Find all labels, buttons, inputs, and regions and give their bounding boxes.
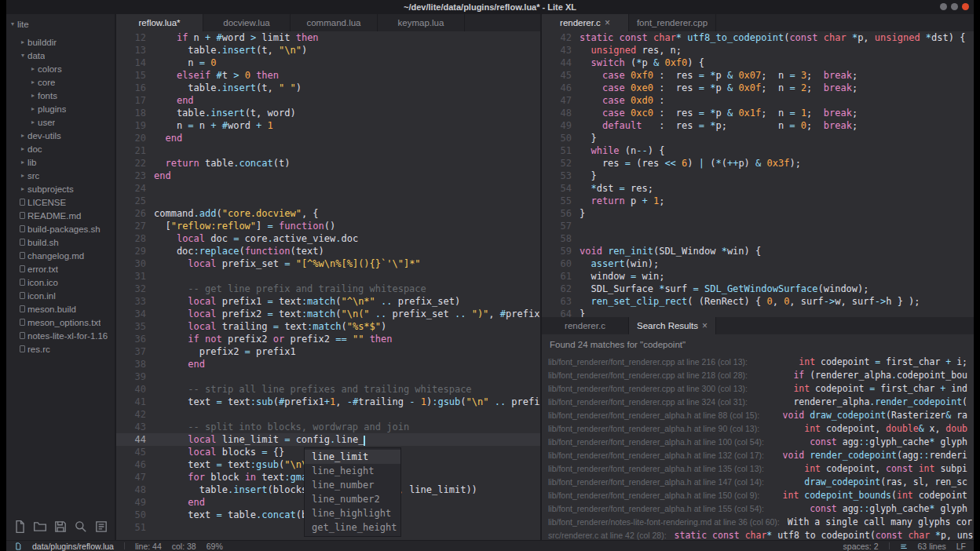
autocomplete-item-get-line-height[interactable]: get_line_height [305,520,400,535]
code-line-49[interactable]: 49 default : res = *p; n = 0; break; [542,119,974,132]
code-line-64[interactable]: 64} [542,308,974,317]
code-line-23[interactable]: 23end [116,170,540,182]
code-line-42[interactable]: 42static const char* utf8_to_codepoint(c… [542,31,974,44]
search-result-row[interactable]: lib/font_renderer/font_renderer_alpha.h … [542,475,974,488]
code-line-41[interactable]: 41 text = text:sub(#prefix1+1, -#trailin… [116,396,540,408]
right-editor-code[interactable]: 42static const char* utf8_to_codepoint(c… [542,31,974,317]
tree-item-builddir[interactable]: ▸builddir [6,35,115,49]
autocomplete-item-line-highlight[interactable]: line_highlight [305,506,400,520]
tab-reflow-lua[interactable]: reflow.lua* [116,14,203,31]
code-line-30[interactable]: 30 local prefix_set = "[^%w\n%[%](){}`'\… [116,257,540,270]
tree-item-src[interactable]: ▸src [6,169,115,182]
code-line-40[interactable]: 40 -- strip all line prefixes and traili… [116,383,540,396]
code-line-22[interactable]: 22 return table.concat(t) [116,157,540,170]
code-line-60[interactable]: 60 assert(win); [542,257,974,270]
code-line-43[interactable]: 43 unsigned res, n; [542,44,974,57]
tree-item-lib[interactable]: ▸lib [6,155,115,169]
code-line-58[interactable]: 58 [542,232,974,245]
search-result-row[interactable]: lib/font_renderer/font_renderer.cpp at l… [542,395,974,408]
code-line-47[interactable]: 47 case 0xd0 : [542,94,974,107]
code-line-37[interactable]: 37 prefix2 = prefix1 [116,345,540,358]
tree-item-build-sh[interactable]: build.sh [6,235,115,249]
code-line-61[interactable]: 61 window = win; [542,270,974,283]
minimize-button[interactable] [940,3,947,10]
status-col[interactable]: col: 38 [172,542,196,551]
tree-item-license[interactable]: LICENSE [6,195,115,209]
code-line-51[interactable]: 51 while (n--) { [542,144,974,157]
search-result-row[interactable]: lib/font_renderer/notes-lite-font-render… [542,515,974,528]
open-folder-icon[interactable] [33,520,47,534]
code-line-26[interactable]: 26command.add("core.docview", { [116,207,540,220]
tab-search-results[interactable]: Search Results× [629,317,716,334]
tab-font-renderer-cpp[interactable]: font_renderer.cpp [629,14,716,31]
status-line[interactable]: line: 44 [135,542,162,551]
search-result-row[interactable]: lib/font_renderer/font_renderer_alpha.h … [542,488,974,502]
search-result-row[interactable]: lib/font_renderer/font_renderer_alpha.h … [542,435,974,448]
new-file-icon[interactable] [13,520,27,534]
code-line-35[interactable]: 35 local trailing = text:match("%s*$") [116,320,540,333]
autocomplete-item-line-number2[interactable]: line_number2 [305,492,400,506]
tree-item-fonts[interactable]: ▸fonts [6,89,115,102]
book-icon[interactable] [94,520,108,534]
code-line-32[interactable]: 32 -- get line prefix and trailing white… [116,283,540,295]
search-result-row[interactable]: lib/font_renderer/font_renderer_alpha.h … [542,502,974,515]
tree-item-colors[interactable]: ▸colors [6,62,115,75]
code-line-21[interactable]: 21 [116,144,540,157]
tab-close-icon[interactable]: × [702,321,708,330]
code-line-42[interactable]: 42 [116,408,540,421]
search-result-row[interactable]: src/renderer.c at line 42 (col 28):stati… [542,528,974,540]
save-icon[interactable] [53,520,68,534]
tree-item-meson-build[interactable]: meson.build [6,302,115,316]
tree-item-changelog-md[interactable]: changelog.md [6,249,115,262]
status-line-ending[interactable]: LF [956,542,966,551]
tree-item-lite[interactable]: ▾lite [6,17,115,31]
search-result-row[interactable]: lib/font_renderer/font_renderer.cpp at l… [542,368,974,381]
code-line-48[interactable]: 48 case 0xc0 : res = *p & 0x1f; n = 1; b… [542,107,974,119]
code-line-31[interactable]: 31 [116,270,540,283]
code-line-29[interactable]: 29 doc:replace(function(text) [116,245,540,257]
code-line-54[interactable]: 54 *dst = res; [542,182,974,195]
code-line-20[interactable]: 20 end [116,132,540,144]
tab-close-icon[interactable]: × [605,18,610,27]
code-line-36[interactable]: 36 if not prefix2 or prefix2 == "" then [116,333,540,345]
tree-item-meson-options-txt[interactable]: meson_options.txt [6,316,115,329]
search-result-row[interactable]: lib/font_renderer/font_renderer_alpha.h … [542,462,974,475]
code-line-28[interactable]: 28 local doc = core.active_view.doc [116,232,540,245]
code-line-43[interactable]: 43 -- split into blocks, wordwrap and jo… [116,421,540,433]
code-line-12[interactable]: 12 if n + #word > limit then [116,31,540,44]
tree-item-doc[interactable]: ▸doc [6,142,115,155]
code-line-56[interactable]: 56} [542,207,974,220]
search-result-row[interactable]: lib/font_renderer/font_renderer.cpp at l… [542,355,974,368]
code-line-17[interactable]: 17 end [116,94,540,107]
status-file-path[interactable]: data/plugins/reflow.lua [32,542,114,551]
code-line-52[interactable]: 52 res = (res << 6) | (*(++p) & 0x3f); [542,157,974,170]
tab-renderer-c[interactable]: renderer.c× [542,14,629,31]
code-line-27[interactable]: 27 ["reflow:reflow"] = function() [116,220,540,232]
close-button[interactable] [962,3,969,10]
tree-item-core[interactable]: ▸core [6,75,115,89]
tree-item-dev-utils[interactable]: ▸dev-utils [6,129,115,142]
autocomplete-item-line-height[interactable]: line_height [305,464,400,478]
code-line-33[interactable]: 33 local prefix1 = text:match("^\n*" .. … [116,295,540,308]
code-line-38[interactable]: 38 end [116,358,540,370]
autocomplete-item-line-number[interactable]: line_number [305,478,400,492]
code-line-25[interactable]: 25 [116,195,540,207]
status-total-lines[interactable]: 63 lines [918,542,946,551]
tab-command-lua[interactable]: command.lua [291,14,378,31]
code-line-24[interactable]: 24 [116,182,540,195]
code-line-19[interactable]: 19 n = n + #word + 1 [116,119,540,132]
code-line-46[interactable]: 46 case 0xe0 : res = *p & 0x0f; n = 2; b… [542,82,974,94]
tab-renderer-c[interactable]: renderer.c [542,317,629,334]
code-line-45[interactable]: 45 case 0xf0 : res = *p & 0x07; n = 3; b… [542,69,974,82]
search-result-row[interactable]: lib/font_renderer/font_renderer_alpha.h … [542,421,974,435]
tree-item-error-txt[interactable]: error.txt [6,262,115,276]
search-result-row[interactable]: lib/font_renderer/font_renderer_alpha.h … [542,408,974,421]
status-spaces[interactable]: spaces: 2 [843,542,879,551]
code-line-18[interactable]: 18 table.insert(t, word) [116,107,540,119]
tree-item-build-packages-sh[interactable]: build-packages.sh [6,222,115,235]
code-line-13[interactable]: 13 table.insert(t, "\n") [116,44,540,57]
code-line-15[interactable]: 15 elseif #t > 0 then [116,69,540,82]
code-line-55[interactable]: 55 return p + 1; [542,195,974,207]
tree-item-readme-md[interactable]: README.md [6,209,115,222]
tab-keymap-lua[interactable]: keymap.lua [378,14,465,31]
